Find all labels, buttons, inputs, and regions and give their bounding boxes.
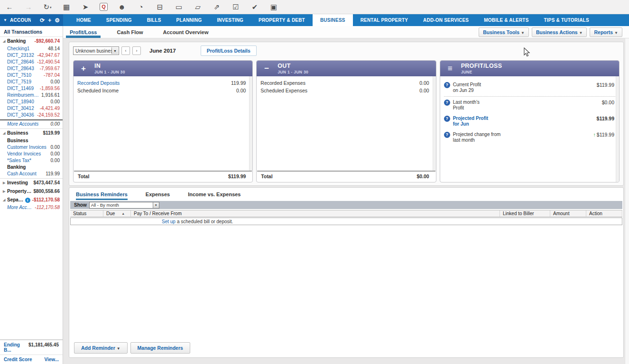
sidebar-item-vendor-invoices[interactable]: Vendor Invoices0.00 <box>0 151 63 157</box>
accounts-collapse-icon[interactable]: ▼ <box>3 18 7 22</box>
next-month-button[interactable]: › <box>132 46 141 55</box>
previous-month-button[interactable]: ‹ <box>121 46 130 55</box>
sidebar-item-property-debt[interactable]: ▶Property & Debt$800,558.66 <box>0 187 63 196</box>
quicken-home-icon[interactable]: Q <box>100 3 108 11</box>
sidebar-item-more-accounts[interactable]: More Accounts-112,170.58 <box>0 204 63 211</box>
sidebar-item-banking[interactable]: ◢Banking-$92,660.74 <box>0 37 63 46</box>
refresh-accounts-icon[interactable]: ⟳ <box>40 17 45 24</box>
chevron-down-icon[interactable]: ▼ <box>153 202 159 208</box>
investment-growth-icon[interactable]: ⇗ <box>212 3 222 10</box>
column-header-amount[interactable]: Amount <box>550 210 586 217</box>
tab-home[interactable]: HOME <box>69 14 99 26</box>
expand-arrow-icon[interactable]: ◢ <box>3 38 7 44</box>
address-book-icon[interactable]: ▣ <box>269 3 278 10</box>
column-header-linked-to-biller[interactable]: Linked to Biller <box>500 210 550 217</box>
help-icon[interactable]: ? <box>444 82 450 88</box>
sidebar-item-dict-28646[interactable]: DICT_28646-12,490.54 <box>0 59 63 65</box>
tab-expenses[interactable]: Expenses <box>146 191 170 201</box>
add-reminder-button[interactable]: Add Reminder ▼ <box>74 342 128 354</box>
business-select[interactable]: Unknown business ▼ <box>73 46 119 55</box>
bill-pay-icon[interactable]: ▱ <box>193 3 203 10</box>
sidebar-item-business[interactable]: Business <box>0 137 63 144</box>
desktop-sync-icon[interactable]: ▭ <box>174 3 184 10</box>
sidebar-item-dict-30436[interactable]: DICT_30436-24,159.52 <box>0 112 63 120</box>
projected-profit-link[interactable]: Projected Profitfor Jun <box>453 116 593 127</box>
sidebar-item-dict-28643[interactable]: DICT_28643-7,959.67 <box>0 65 63 72</box>
sidebar-item-all-transactions[interactable]: All Transactions <box>0 27 63 37</box>
add-account-icon[interactable]: + <box>48 17 51 24</box>
credit-score-value[interactable]: View... <box>44 357 59 362</box>
out-panel-scrollbar[interactable] <box>433 76 436 171</box>
expand-arrow-icon[interactable]: ▶ <box>3 189 7 194</box>
forward-icon[interactable]: → <box>24 3 33 10</box>
sidebar-item-dict-7510[interactable]: DICT_7510-787.04 <box>0 72 63 79</box>
sidebar-item-dict-11469[interactable]: DICT_11469-1,859.56 <box>0 85 63 92</box>
expand-arrow-icon[interactable]: ◢ <box>3 130 7 136</box>
tab-add-on-services[interactable]: ADD-ON SERVICES <box>416 14 476 26</box>
sidebar-item-sales-tax[interactable]: *Sales Tax*0.00 <box>0 157 63 164</box>
calendar-reports-icon[interactable]: ▦ <box>62 3 71 10</box>
tab-bills[interactable]: BILLS <box>139 14 169 26</box>
account-settings-icon[interactable]: ⚙ <box>55 17 60 24</box>
expand-arrow-icon[interactable]: ▶ <box>3 180 7 186</box>
credit-score-link[interactable]: Credit Score <box>4 357 32 362</box>
expand-arrow-icon[interactable]: ◢ <box>3 197 7 203</box>
alerts-icon[interactable]: ➤ <box>81 3 90 10</box>
sidebar-item-banking[interactable]: Banking <box>0 164 63 171</box>
column-header-status[interactable]: Status <box>70 210 103 217</box>
sidebar-item-customer-invoices[interactable]: Customer Invoices0.00 <box>0 144 63 151</box>
sidebar-item-dict-7519[interactable]: DICT_75190.00 <box>0 79 63 85</box>
subtab-cash-flow[interactable]: Cash Flow <box>117 26 143 38</box>
find-payee-icon[interactable]: ☻ <box>117 3 127 10</box>
sidebar-item-dict-23132[interactable]: DICT_23132-42,947.67 <box>0 52 63 59</box>
sync-update-icon[interactable]: ↻▾ <box>43 3 52 10</box>
sidebar-item-investing[interactable]: ▶Investing$473,447.54 <box>0 178 63 187</box>
sidebar-item-more-accounts[interactable]: More Accounts0.00 <box>0 121 63 127</box>
info-icon[interactable]: i <box>25 198 30 203</box>
subtab-profit-loss[interactable]: Profit/Loss <box>70 26 97 38</box>
sidebar-item-dict-30412[interactable]: DICT_30412-4,421.49 <box>0 105 63 112</box>
chevron-down-icon[interactable]: ▼ <box>111 47 118 54</box>
tab-spending[interactable]: SPENDING <box>99 14 139 26</box>
sidebar-item-business[interactable]: ◢Business$119.99 <box>0 128 63 137</box>
business-tools-button[interactable]: Business Tools ▼ <box>479 27 529 37</box>
recorded-deposits-link[interactable]: Recorded Deposits <box>77 80 120 86</box>
sidebar-item-checking1[interactable]: Checking148.14 <box>0 46 63 52</box>
help-icon[interactable]: ? <box>444 100 450 106</box>
task-list-icon[interactable]: ☑ <box>231 3 240 10</box>
scrollbar-track[interactable] <box>625 38 629 364</box>
tab-property-debt[interactable]: PROPERTY & DEBT <box>251 14 313 26</box>
tab-tips-tutorials[interactable]: TIPS & TUTORIALS <box>536 14 597 26</box>
subtab-account-overview[interactable]: Account Overview <box>163 26 208 38</box>
tab-business-reminders[interactable]: Business Reminders <box>76 191 128 201</box>
profit-loss-panel-scrollbar[interactable] <box>616 76 619 182</box>
manage-reminders-button[interactable]: Manage Reminders <box>130 342 190 354</box>
verify-check-icon[interactable]: ✔ <box>250 3 259 10</box>
back-icon[interactable]: ← <box>5 3 14 10</box>
help-icon[interactable]: ? <box>444 132 450 138</box>
help-icon[interactable]: ? <box>444 116 450 122</box>
sidebar-item-cash-account[interactable]: Cash Account119.99 <box>0 171 63 177</box>
show-filter-select[interactable]: All - By month ▼ <box>89 202 159 209</box>
reminders-card: Business RemindersExpensesIncome vs. Exp… <box>69 187 624 358</box>
tab-planning[interactable]: PLANNING <box>169 14 210 26</box>
tab-business[interactable]: BUSINESS <box>313 14 353 26</box>
sidebar-item-reimburseme[interactable]: Reimburseme...1,916.61 <box>0 92 63 99</box>
tab-investing[interactable]: INVESTING <box>209 14 251 26</box>
budget-pie-icon[interactable]: ◔ <box>136 3 146 10</box>
column-header-action[interactable]: Action <box>586 210 622 217</box>
tab-mobile-alerts[interactable]: MOBILE & ALERTS <box>476 14 536 26</box>
business-actions-button[interactable]: Business Actions ▼ <box>532 27 587 37</box>
sidebar-item-separate[interactable]: ◢Separatei-$112,170.58 <box>0 196 63 204</box>
sidebar-item-dict-18940[interactable]: DICT_189400.00 <box>0 99 63 105</box>
column-header-pay-to-receive-from[interactable]: Pay To / Receive From <box>131 210 500 217</box>
profit-loss-details-button[interactable]: Profit/Loss Details <box>201 46 257 56</box>
tab-income-vs-expenses[interactable]: Income vs. Expenses <box>188 191 240 201</box>
ending-b-link[interactable]: Ending B... <box>4 342 28 353</box>
tab-rental-property[interactable]: RENTAL PROPERTY <box>353 14 416 26</box>
set-up-link[interactable]: Set up <box>162 219 176 224</box>
in-panel-scrollbar[interactable] <box>249 76 252 171</box>
reports-button[interactable]: Reports ▼ <box>590 27 622 37</box>
print-icon[interactable]: ⊟ <box>155 3 165 10</box>
column-header-due[interactable]: Due▲ <box>103 210 131 217</box>
